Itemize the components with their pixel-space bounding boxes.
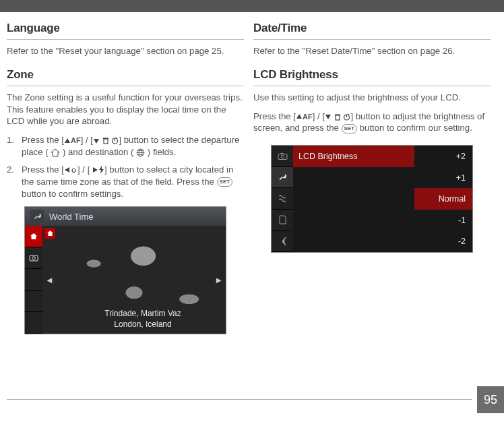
svg-rect-24 <box>278 154 287 159</box>
menu-row: -2 <box>293 231 472 253</box>
text: Press the [ <box>22 164 64 175</box>
option-minus-1[interactable]: -1 <box>414 216 472 225</box>
sidebar-home-icon[interactable] <box>25 226 42 247</box>
svg-marker-13 <box>93 167 98 173</box>
option-plus-2[interactable]: +2 <box>414 152 472 161</box>
menu-row-selected: Normal <box>293 188 472 210</box>
heading-language: Language <box>7 22 244 35</box>
text: button to confirm settings. <box>22 189 123 199</box>
svg-point-16 <box>32 257 36 260</box>
sidebar-camera-icon[interactable] <box>25 247 42 269</box>
lcd-brightness-screenshot: LCD Brightness +2 +1 Normal -1 -2 <box>271 145 473 253</box>
zone-steps: Press the [AF] / [ ] button to select th… <box>7 134 244 200</box>
right-arrow-icon <box>92 166 98 173</box>
svg-rect-2 <box>104 139 108 144</box>
page-content: Language Refer to the "Reset your langua… <box>0 12 504 341</box>
af-label: AF <box>303 113 313 121</box>
svg-marker-14 <box>99 166 104 174</box>
svg-rect-19 <box>336 115 340 120</box>
set-button-icon: SET <box>217 177 233 187</box>
svg-point-25 <box>281 155 284 158</box>
map-home-marker <box>44 228 55 239</box>
heading-lcd: LCD Brightness <box>253 68 491 82</box>
heading-zone: Zone <box>7 68 244 82</box>
svg-marker-12 <box>65 167 69 173</box>
option-normal[interactable]: Normal <box>414 188 472 210</box>
text: ) fields. <box>148 147 177 157</box>
menu-row: +1 <box>293 167 472 189</box>
macro-icon <box>70 166 77 174</box>
zone-step-1: Press the [AF] / [ ] button to select th… <box>7 134 244 158</box>
sidebar-sd-icon[interactable] <box>272 210 293 231</box>
text: ] / [ <box>77 164 90 175</box>
svg-marker-0 <box>65 138 70 143</box>
nav-left-icon[interactable]: ◄ <box>45 275 54 285</box>
trash-icon <box>102 137 109 144</box>
footer-rule <box>7 399 472 400</box>
divider <box>253 39 491 40</box>
caption-line: Trindade, Martim Vaz <box>60 309 226 320</box>
divider <box>253 86 491 86</box>
language-body: Refer to the "Reset your language" secti… <box>7 45 244 57</box>
wrench-icon <box>30 210 44 223</box>
caption-line: London, Iceland <box>60 320 226 330</box>
sidebar-blank[interactable] <box>25 269 42 291</box>
world-time-caption: Trindade, Martim Vaz London, Iceland <box>60 309 226 330</box>
text: Press the [ <box>22 135 64 145</box>
af-label: AF <box>71 136 81 144</box>
sidebar-play-icon[interactable] <box>272 188 293 210</box>
heading-datetime: Date/Time <box>253 22 491 35</box>
menu-label: LCD Brightness <box>293 146 414 167</box>
divider <box>7 39 244 40</box>
left-column: Language Refer to the "Reset your langua… <box>7 22 244 334</box>
lcd-main: LCD Brightness +2 +1 Normal -1 -2 <box>293 146 472 252</box>
lcd-intro: Use this setting to adjust the brightnes… <box>253 92 491 104</box>
world-time-title: World Time <box>49 212 94 222</box>
lcd-instruction: Press the [AF] / [ ] button to adjust th… <box>253 111 491 135</box>
svg-rect-26 <box>280 153 283 154</box>
menu-row: -1 <box>293 210 472 231</box>
home-icon <box>51 148 60 157</box>
sidebar-blank[interactable] <box>25 312 42 334</box>
svg-rect-20 <box>335 114 340 115</box>
timer-icon <box>343 113 350 121</box>
page-number: 95 <box>477 386 504 413</box>
sidebar-blank[interactable] <box>25 291 42 312</box>
right-column: Date/Time Refer to the "Reset Date/Time"… <box>253 22 491 334</box>
up-arrow-icon <box>296 113 303 120</box>
option-plus-1[interactable]: +1 <box>414 173 472 183</box>
zone-intro: The Zone setting is a useful function fo… <box>7 92 244 127</box>
sidebar-wrench-icon[interactable] <box>272 167 293 189</box>
sidebar-camera-icon[interactable] <box>272 146 293 167</box>
sidebar-wifi-icon[interactable] <box>272 231 293 253</box>
option-minus-2[interactable]: -2 <box>414 237 472 246</box>
timer-icon <box>111 137 119 144</box>
globe-icon <box>136 148 145 157</box>
svg-rect-3 <box>103 138 108 140</box>
world-time-screenshot: World Time ◄ ► Trindade, Martim Vaz Lond… <box>24 206 226 334</box>
nav-right-icon[interactable]: ► <box>214 275 223 285</box>
text: ] / [ <box>81 135 93 145</box>
flash-icon <box>98 166 104 174</box>
menu-row-label: LCD Brightness +2 <box>293 146 472 167</box>
datetime-body: Refer to the "Reset Date/Time" section o… <box>253 45 491 57</box>
lcd-sidebar <box>272 146 293 252</box>
svg-marker-1 <box>94 139 99 144</box>
text: ) and destination ( <box>63 147 134 157</box>
text: button to confirm our setting. <box>360 123 472 133</box>
down-arrow-icon <box>93 138 100 144</box>
svg-marker-18 <box>325 115 331 119</box>
divider <box>7 86 244 86</box>
world-map: ◄ ► Trindade, Martim Vaz London, Iceland <box>42 226 226 334</box>
text: ] / [ <box>313 111 325 121</box>
svg-marker-17 <box>296 114 302 119</box>
zone-step-2: Press the [] / [ ] button to select a ci… <box>7 164 244 200</box>
window-topbar <box>0 0 504 12</box>
trash-icon <box>334 113 341 121</box>
set-button-icon: SET <box>342 124 358 133</box>
down-arrow-icon <box>325 113 332 120</box>
world-time-titlebar: World Time <box>25 207 226 226</box>
up-arrow-icon <box>64 138 71 144</box>
left-arrow-icon <box>64 166 70 173</box>
text: Press the [ <box>253 111 296 121</box>
